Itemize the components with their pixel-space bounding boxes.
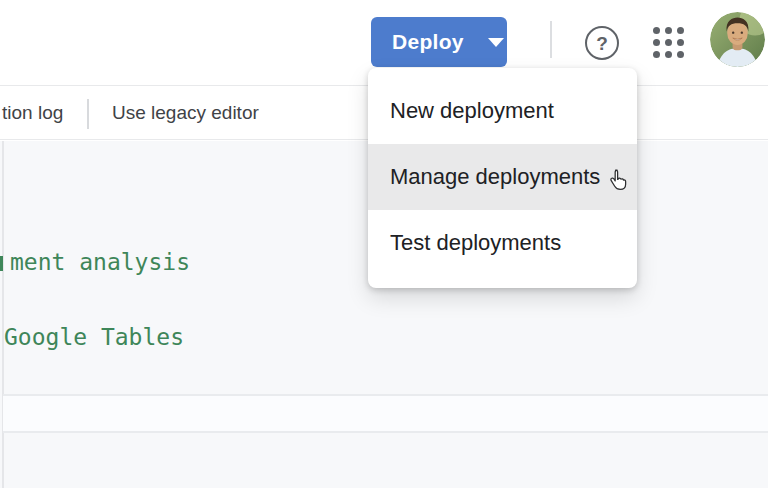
grid-dot-icon — [653, 27, 660, 34]
code-row-band — [3, 395, 768, 431]
caret-down-icon — [488, 38, 504, 47]
grid-dot-icon — [653, 51, 660, 58]
deploy-button[interactable]: Deploy — [371, 17, 507, 67]
deploy-button-label: Deploy — [392, 30, 464, 54]
header-divider — [550, 21, 552, 58]
grid-dot-icon — [677, 39, 684, 46]
question-mark-icon: ? — [596, 34, 608, 53]
clipped-character — [0, 256, 3, 271]
grid-dot-icon — [665, 39, 672, 46]
grid-dot-icon — [677, 51, 684, 58]
row-divider-line — [3, 431, 768, 433]
toolbar-divider — [87, 99, 89, 129]
help-button[interactable]: ? — [585, 26, 619, 60]
use-legacy-editor-button[interactable]: Use legacy editor — [112, 87, 259, 139]
execution-log-label: tion log — [2, 102, 63, 124]
use-legacy-editor-label: Use legacy editor — [112, 102, 259, 124]
grid-dot-icon — [653, 39, 660, 46]
grid-dot-icon — [665, 27, 672, 34]
menu-item-label: New deployment — [390, 98, 554, 124]
pointing-hand-cursor-icon — [610, 169, 629, 191]
panel-border-line — [2, 141, 4, 488]
code-comment-line[interactable]: Google Tables — [4, 324, 184, 351]
row-divider-line — [3, 394, 768, 396]
user-avatar[interactable] — [710, 12, 765, 67]
avatar-photo-icon — [710, 12, 765, 67]
menu-item-label: Test deployments — [390, 230, 561, 256]
deploy-dropdown-menu: New deployment Manage deployments Test d… — [368, 68, 637, 288]
apps-script-editor-screenshot: Deploy ? — [0, 0, 768, 488]
grid-dot-icon — [665, 51, 672, 58]
code-comment-line[interactable]: ment analysis — [10, 249, 190, 276]
google-apps-grid-button[interactable] — [653, 27, 685, 59]
menu-item-label: Manage deployments — [390, 164, 600, 190]
grid-dot-icon — [677, 27, 684, 34]
menu-item-manage-deployments[interactable]: Manage deployments — [368, 144, 637, 210]
menu-item-test-deployments[interactable]: Test deployments — [368, 210, 637, 276]
menu-item-new-deployment[interactable]: New deployment — [368, 78, 637, 144]
execution-log-button[interactable]: tion log — [2, 87, 63, 139]
